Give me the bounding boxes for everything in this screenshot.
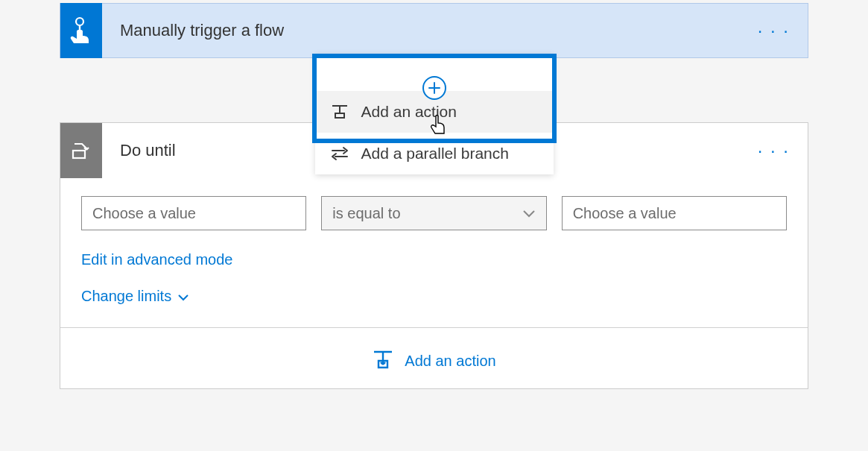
condition-operator-select[interactable]: is equal to <box>321 196 546 230</box>
trigger-title: Manually trigger a flow <box>102 21 740 40</box>
add-action-icon <box>330 104 349 120</box>
change-limits-link[interactable]: Change limits <box>81 288 787 305</box>
chevron-down-icon <box>177 288 189 305</box>
menu-add-action-label: Add an action <box>361 103 457 121</box>
add-action-inside-button[interactable]: Add an action <box>81 328 787 373</box>
trigger-menu-ellipsis[interactable]: · · · <box>740 20 808 41</box>
add-action-icon <box>372 349 394 373</box>
do-until-ellipsis[interactable]: · · · <box>740 140 808 161</box>
menu-add-parallel-label: Add a parallel branch <box>361 145 509 163</box>
edit-advanced-mode-link[interactable]: Edit in advanced mode <box>81 251 787 268</box>
trigger-card[interactable]: Manually trigger a flow · · · <box>60 3 808 58</box>
condition-row: is equal to <box>81 196 787 230</box>
add-step-button[interactable] <box>422 76 446 100</box>
manual-trigger-icon <box>60 3 102 58</box>
menu-add-parallel-branch[interactable]: Add a parallel branch <box>315 133 554 174</box>
svg-rect-1 <box>73 151 85 158</box>
change-limits-label: Change limits <box>81 288 171 305</box>
parallel-branch-icon <box>330 146 349 161</box>
condition-right-input[interactable] <box>562 196 787 230</box>
insert-step-menu: Add an action Add a parallel branch <box>315 54 554 174</box>
add-action-inside-label: Add an action <box>405 353 495 370</box>
condition-operator-label: is equal to <box>332 205 400 222</box>
chevron-down-icon <box>522 205 536 222</box>
svg-point-0 <box>76 18 83 25</box>
condition-left-input[interactable] <box>81 196 306 230</box>
do-until-icon <box>60 123 102 178</box>
